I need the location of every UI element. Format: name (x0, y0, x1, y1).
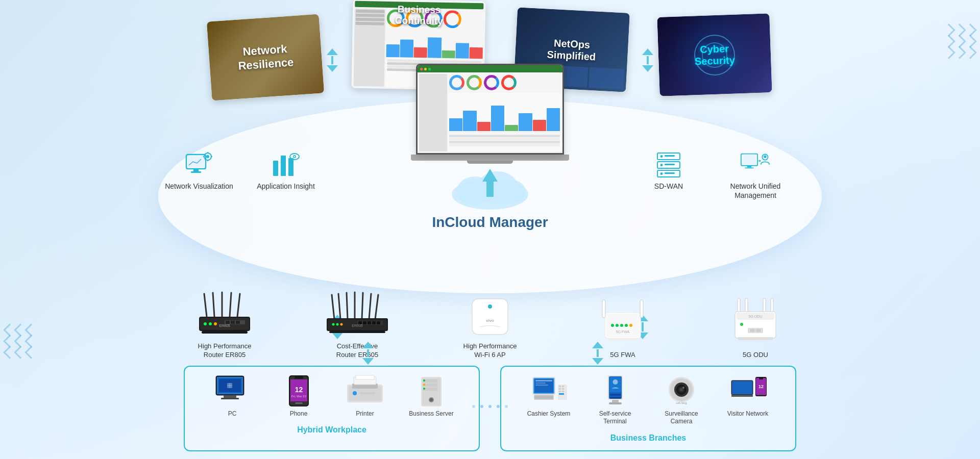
cashier-system-image (528, 374, 569, 407)
svg-rect-27 (743, 155, 756, 164)
svg-rect-3 (193, 169, 199, 171)
application-insight-label: Application Insight (257, 182, 315, 191)
phone-image: 12 Fri, Mar 22 (278, 374, 319, 407)
svg-line-44 (237, 294, 240, 317)
svg-point-131 (430, 398, 433, 401)
svg-point-83 (611, 324, 614, 327)
self-service-terminal-image (595, 374, 635, 407)
business-branches-title: Business Branches (610, 434, 687, 443)
printer-image (345, 374, 385, 407)
pc-image (212, 374, 253, 407)
device-router-er805: ER805 High PerformanceRouter ER805 (184, 287, 265, 360)
svg-rect-1 (188, 156, 204, 167)
hybrid-workplace-items: PC 12 Fri, Mar 22 (204, 374, 459, 418)
svg-rect-30 (745, 167, 754, 168)
svg-rect-138 (535, 380, 552, 381)
visitor-network-image: 12 (727, 374, 768, 407)
svg-rect-116 (295, 376, 303, 379)
sd-wan-label: SD-WAN (654, 182, 683, 191)
svg-point-122 (353, 391, 357, 395)
bottom-item-surveillance-camera: ueLiang Surveillance Camera (653, 374, 709, 426)
svg-rect-150 (559, 393, 564, 395)
svg-rect-100 (756, 329, 761, 332)
svg-rect-174 (759, 378, 763, 379)
svg-point-164 (680, 388, 683, 391)
svg-rect-127 (423, 379, 437, 382)
svg-rect-146 (559, 388, 561, 390)
svg-line-61 (369, 294, 371, 319)
svg-point-24 (660, 172, 663, 175)
network-visualization-label: Network Visualization (165, 182, 233, 191)
svg-rect-29 (747, 166, 751, 168)
svg-point-66 (336, 323, 339, 325)
svg-text:12: 12 (295, 386, 303, 394)
svg-rect-147 (562, 388, 564, 390)
business-continuity-label: BusinessContinuity (353, 3, 486, 28)
bottom-item-visitor-network: 12 Visitor Network (720, 374, 776, 426)
svg-rect-124 (356, 375, 374, 379)
router-er805-label: High PerformanceRouter ER805 (198, 342, 252, 360)
svg-rect-71 (368, 321, 371, 324)
left-chevrons-decoration (5, 325, 36, 357)
feature-application-insight: Application Insight (250, 150, 322, 191)
fwa-5g-image: 5G FWA (590, 296, 656, 347)
svg-line-40 (204, 294, 207, 317)
svg-point-38 (495, 180, 526, 204)
svg-rect-76 (472, 299, 508, 335)
svg-rect-148 (559, 391, 561, 392)
svg-rect-70 (363, 321, 366, 324)
svg-rect-142 (535, 396, 553, 399)
svg-text:5G FWA: 5G FWA (616, 330, 630, 334)
svg-line-57 (338, 294, 340, 319)
bottom-item-printer: Printer (337, 374, 393, 418)
cashier-system-label: Cashier System (527, 410, 571, 418)
svg-rect-82 (640, 300, 643, 318)
svg-rect-11 (273, 161, 278, 176)
svg-rect-22 (665, 164, 675, 165)
svg-rect-173 (759, 394, 763, 395)
bottom-item-business-server: Business Server (403, 374, 459, 418)
svg-rect-89 (607, 338, 638, 341)
central-laptop-area: InCloud Manager (388, 64, 592, 231)
svg-point-86 (625, 324, 628, 327)
svg-line-62 (375, 295, 378, 319)
svg-text:5G ODU: 5G ODU (749, 315, 763, 318)
svg-point-47 (204, 322, 207, 325)
top-left-arrow (327, 48, 338, 72)
router-er605-image: ER605 (324, 287, 390, 338)
svg-point-85 (620, 324, 623, 327)
svg-rect-169 (731, 395, 753, 397)
bottom-item-phone: 12 Fri, Mar 22 Phone (271, 374, 327, 418)
svg-text:Fri, Mar 22: Fri, Mar 22 (291, 395, 306, 398)
svg-point-6 (206, 155, 209, 158)
svg-line-58 (347, 293, 348, 319)
svg-point-21 (660, 164, 663, 166)
svg-rect-139 (535, 382, 546, 384)
business-server-label: Business Server (409, 410, 453, 418)
svg-rect-129 (423, 388, 437, 391)
svg-point-49 (214, 322, 217, 325)
laptop-device (408, 64, 572, 164)
device-5g-odu: 5G ODU 5G ODU (715, 296, 796, 360)
svg-text:ueLiang: ueLiang (676, 401, 687, 404)
business-branches-items: Cashier System (521, 374, 776, 426)
cloud-shape (388, 166, 592, 217)
hybrid-workplace-box: PC 12 Fri, Mar 22 (184, 366, 480, 451)
svg-point-154 (612, 379, 618, 385)
svg-rect-156 (610, 397, 621, 399)
svg-rect-117 (295, 402, 303, 404)
svg-point-77 (488, 304, 492, 309)
svg-point-48 (209, 322, 212, 325)
svg-point-87 (629, 324, 632, 327)
svg-rect-155 (610, 394, 621, 396)
svg-rect-145 (562, 386, 564, 387)
svg-point-134 (423, 388, 425, 390)
printer-label: Printer (356, 410, 374, 418)
hybrid-workplace-title: Hybrid Workplace (297, 425, 366, 435)
svg-marker-34 (760, 160, 761, 163)
wifi-ap-label: High PerformanceWi-Fi 6 AP (463, 342, 517, 360)
network-unified-management-icon (740, 150, 771, 178)
svg-rect-123 (360, 392, 375, 394)
router-er805-image: ER805 (191, 287, 258, 338)
svg-rect-73 (377, 321, 380, 324)
